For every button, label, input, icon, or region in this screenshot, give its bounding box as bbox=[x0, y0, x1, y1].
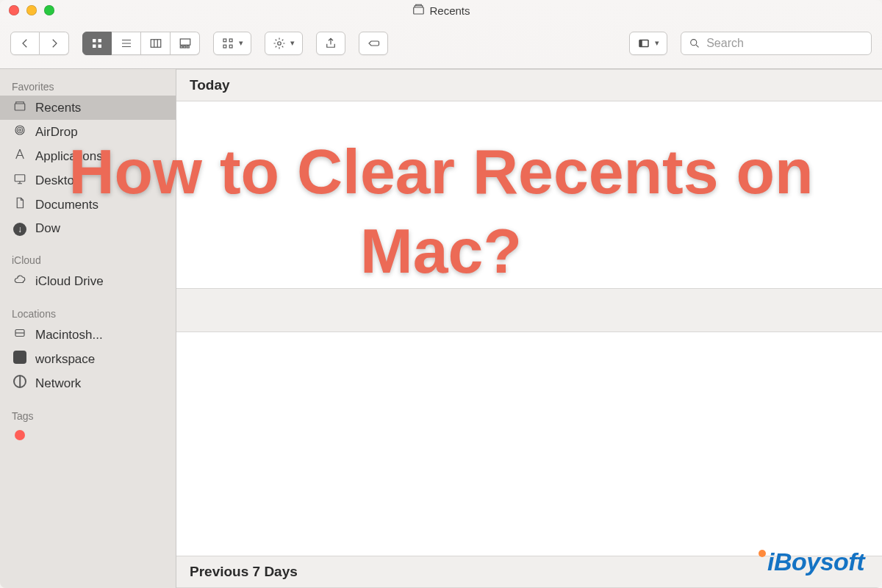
back-button[interactable] bbox=[10, 32, 40, 55]
group-divider bbox=[176, 288, 882, 332]
toolbar: ▾ ▾ ▾ bbox=[0, 21, 882, 69]
sidebar-item-applications[interactable]: Applications bbox=[0, 144, 176, 168]
svg-rect-0 bbox=[414, 7, 424, 14]
arrange-icon bbox=[221, 37, 234, 50]
sidebar-section-icloud: iCloud bbox=[0, 250, 176, 269]
chevron-down-icon: ▾ bbox=[655, 38, 659, 48]
applications-icon bbox=[12, 148, 28, 165]
sidebar-item-network[interactable]: Network bbox=[0, 371, 176, 395]
sidebar-section-favorites: Favorites bbox=[0, 76, 176, 96]
sidebar-item-label: Applications bbox=[35, 149, 103, 164]
sidebar-item-tag-red[interactable] bbox=[0, 425, 176, 448]
chevron-down-icon: ▾ bbox=[290, 38, 295, 48]
volume-icon bbox=[12, 351, 28, 368]
tag-icon bbox=[367, 37, 380, 50]
svg-rect-12 bbox=[223, 45, 226, 48]
group-header-today[interactable]: Today bbox=[176, 69, 882, 101]
svg-point-20 bbox=[17, 127, 23, 133]
svg-point-17 bbox=[691, 39, 697, 45]
svg-rect-6 bbox=[180, 39, 190, 45]
svg-rect-7 bbox=[180, 46, 182, 47]
sidebar-item-label: Network bbox=[35, 376, 81, 391]
svg-rect-4 bbox=[98, 44, 102, 48]
svg-rect-18 bbox=[15, 104, 25, 110]
sidebar-dropdown-button[interactable]: ▾ bbox=[629, 32, 667, 55]
sidebar-item-workspace[interactable]: workspace bbox=[0, 347, 176, 371]
chevron-left-icon bbox=[18, 37, 32, 50]
titlebar: Recents bbox=[0, 0, 882, 21]
sidebar-item-downloads[interactable]: ↓ Dow bbox=[0, 217, 176, 240]
svg-rect-2 bbox=[98, 39, 102, 43]
sidebar-section-tags: Tags bbox=[0, 406, 176, 425]
sidebar-item-desktop[interactable]: Desktop bbox=[0, 168, 176, 193]
grid-icon bbox=[90, 37, 104, 50]
window-title: Recents bbox=[412, 3, 470, 18]
sidebar-item-label: Recents bbox=[35, 101, 81, 115]
tag-red-icon bbox=[12, 429, 28, 444]
svg-rect-13 bbox=[229, 45, 232, 48]
tags-button[interactable] bbox=[359, 32, 388, 55]
fullscreen-window-button[interactable] bbox=[44, 5, 54, 15]
sidebar-item-icloud-drive[interactable]: iCloud Drive bbox=[0, 269, 176, 293]
view-group bbox=[82, 32, 200, 55]
share-button[interactable] bbox=[316, 32, 345, 55]
svg-rect-11 bbox=[229, 39, 232, 42]
recents-icon bbox=[412, 3, 425, 18]
chevron-right-icon bbox=[48, 37, 61, 50]
chevron-down-icon: ▾ bbox=[239, 38, 243, 48]
columns-icon bbox=[149, 37, 162, 50]
sidebar-item-documents[interactable]: Documents bbox=[0, 193, 176, 217]
nav-group bbox=[10, 32, 69, 55]
gallery-icon bbox=[179, 37, 192, 50]
group-today-content bbox=[176, 101, 882, 288]
network-icon bbox=[12, 375, 28, 392]
view-columns-button[interactable] bbox=[141, 32, 171, 55]
svg-point-19 bbox=[19, 129, 21, 132]
sidebar-item-label: Dow bbox=[35, 221, 60, 236]
close-window-button[interactable] bbox=[9, 5, 19, 15]
brand-logo: iBoysoft bbox=[759, 548, 864, 576]
sidebar-item-macintosh[interactable]: Macintosh... bbox=[0, 323, 176, 347]
share-icon bbox=[324, 37, 337, 50]
sidebar-item-recents[interactable]: Recents bbox=[0, 96, 176, 120]
svg-rect-5 bbox=[151, 39, 161, 47]
sidebar-item-label: iCloud Drive bbox=[35, 274, 104, 289]
svg-rect-22 bbox=[15, 175, 25, 182]
sidebar-item-label: Desktop bbox=[35, 173, 81, 188]
svg-rect-16 bbox=[642, 40, 648, 46]
downloads-icon: ↓ bbox=[12, 220, 28, 236]
window-body: Favorites Recents AirDrop Applications D… bbox=[0, 69, 882, 588]
search-icon bbox=[689, 37, 700, 50]
svg-rect-8 bbox=[183, 46, 185, 47]
empty-area bbox=[176, 332, 882, 556]
airdrop-icon bbox=[12, 123, 28, 140]
forward-button[interactable] bbox=[40, 32, 69, 55]
logo-dot-icon bbox=[759, 550, 766, 557]
search-input[interactable] bbox=[706, 37, 864, 50]
svg-rect-10 bbox=[223, 39, 226, 42]
minimize-window-button[interactable] bbox=[26, 5, 37, 15]
list-icon bbox=[120, 37, 133, 50]
arrange-button[interactable]: ▾ bbox=[213, 32, 251, 55]
view-list-button[interactable] bbox=[112, 32, 141, 55]
window-title-text: Recents bbox=[429, 4, 470, 17]
disk-icon bbox=[12, 326, 28, 343]
search-field[interactable] bbox=[681, 32, 872, 55]
sidebar-item-airdrop[interactable]: AirDrop bbox=[0, 120, 176, 144]
content-area: Today Previous 7 Days bbox=[176, 69, 882, 588]
recents-icon bbox=[12, 99, 28, 116]
cloud-icon bbox=[12, 273, 28, 290]
sidebar-item-label: Macintosh... bbox=[35, 328, 103, 343]
window-controls bbox=[9, 5, 54, 15]
view-icons-button[interactable] bbox=[82, 32, 112, 55]
sidebar-section-locations: Locations bbox=[0, 304, 176, 323]
sidebar-item-label: Documents bbox=[35, 198, 98, 212]
finder-window: Recents bbox=[0, 0, 882, 588]
view-gallery-button[interactable] bbox=[171, 32, 200, 55]
desktop-icon bbox=[12, 172, 28, 189]
documents-icon bbox=[12, 196, 28, 213]
action-button[interactable]: ▾ bbox=[265, 32, 303, 55]
svg-rect-1 bbox=[93, 39, 96, 43]
svg-point-14 bbox=[278, 41, 282, 45]
gear-icon bbox=[273, 37, 286, 50]
